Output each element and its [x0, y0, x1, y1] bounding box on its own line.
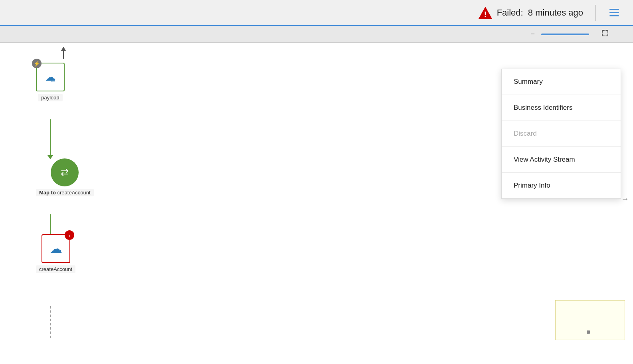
map-label-bold: Map to — [39, 190, 56, 196]
create-account-node-box[interactable]: ! ☁ — [42, 234, 70, 263]
top-bar: ! Failed: 8 minutes ago — [0, 0, 633, 26]
payload-label: payload — [38, 94, 63, 101]
dropdown-item-business-identifiers[interactable]: Business Identifiers — [502, 95, 621, 121]
connector-line-2 — [50, 214, 51, 234]
svg-text:!: ! — [69, 234, 70, 237]
flow-canvas: ⚡ ☁ ⇄ payload ⇄ Map to createAccount — [0, 43, 633, 364]
connector-line-1 — [50, 119, 51, 155]
divider — [595, 5, 595, 21]
arrow-line — [63, 51, 64, 59]
dropdown-menu: Summary Business Identifiers Discard Vie… — [501, 69, 621, 199]
warning-badge: ! — [65, 230, 74, 240]
right-arrow: → — [621, 194, 629, 204]
expand-icon[interactable] — [601, 29, 609, 39]
status-area: ! Failed: 8 minutes ago — [478, 5, 583, 20]
arrows-icon: ⇄ — [61, 167, 69, 178]
connector-1 — [50, 119, 51, 159]
map-label-rest: createAccount — [56, 190, 91, 196]
minimap-indicator — [587, 330, 590, 334]
dropdown-item-primary-info[interactable]: Primary Info — [502, 173, 621, 198]
zoom-slider[interactable] — [541, 34, 589, 35]
hamburger-line-3 — [609, 15, 619, 16]
lightning-badge: ⚡ — [32, 59, 42, 68]
cloud-connector-icon: ⇄ — [51, 77, 55, 83]
map-node[interactable]: ⇄ Map to createAccount — [36, 158, 94, 196]
svg-text:!: ! — [484, 10, 486, 18]
map-node-circle[interactable]: ⇄ — [51, 158, 79, 186]
payload-node-box[interactable]: ⚡ ☁ ⇄ — [36, 63, 65, 91]
zoom-out-button[interactable]: − — [528, 29, 537, 39]
dropdown-item-summary[interactable]: Summary — [502, 69, 621, 95]
hamburger-line-2 — [609, 12, 619, 13]
dropdown-item-discard: Discard — [502, 121, 621, 147]
payload-node[interactable]: ⚡ ☁ ⇄ payload — [36, 63, 65, 101]
failed-keyword: Failed: — [497, 8, 523, 18]
hamburger-line-1 — [609, 9, 619, 10]
warning-icon: ! — [478, 5, 493, 20]
zoom-toolbar: − — [0, 26, 633, 43]
up-arrow — [61, 47, 66, 59]
map-node-label: Map to createAccount — [36, 189, 94, 196]
payload-icon: ☁ ⇄ — [45, 71, 55, 83]
hamburger-menu-button[interactable] — [607, 7, 621, 18]
minimap — [555, 300, 625, 340]
failed-time: 8 minutes ago — [528, 8, 583, 18]
create-account-label: createAccount — [36, 265, 75, 273]
dropdown-item-view-activity-stream[interactable]: View Activity Stream — [502, 147, 621, 173]
create-account-node[interactable]: ! ☁ createAccount — [36, 234, 75, 273]
failed-label: Failed: 8 minutes ago — [497, 8, 583, 18]
create-cloud-icon: ☁ — [49, 241, 62, 256]
dashed-connector — [50, 306, 51, 338]
arrow-head — [61, 47, 66, 51]
